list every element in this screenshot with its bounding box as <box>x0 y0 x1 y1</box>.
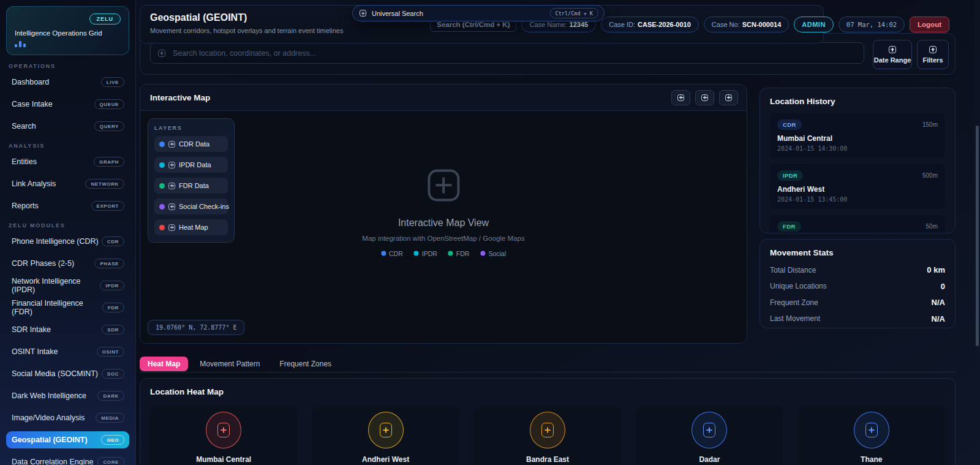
badge-queue: QUEUE <box>94 99 124 109</box>
sidebar-item-sdr-intake[interactable]: SDR Intake SDR <box>6 321 129 338</box>
badge-osint: OSINT <box>97 347 124 357</box>
bar-chart-icon <box>15 41 121 47</box>
keyboard-shortcut-badge: Ctrl/Cmd + K <box>550 8 598 18</box>
location-history-title: Location History <box>770 97 945 106</box>
location-history-entry[interactable]: FDR 50m <box>770 215 945 233</box>
logout-button[interactable]: Logout <box>910 17 949 32</box>
heat-map-cards: Mumbai Central Andheri West Bandra East … <box>150 406 945 465</box>
sidebar-item-reports[interactable]: Reports EXPORT <box>6 197 129 214</box>
interactive-map-panel: Interactive Map LAYERS CDR Data IPDR Dat… <box>140 84 747 344</box>
layer-social-checkins[interactable]: Social Check-ins <box>154 198 228 214</box>
sidebar-item-cdr-phases[interactable]: CDR Phases (2-5) PHASE <box>6 255 129 272</box>
heat-card-thane[interactable]: Thane <box>798 406 945 465</box>
legend-cdr: CDR <box>381 249 403 257</box>
layer-heat-map[interactable]: Heat Map <box>154 219 228 235</box>
heat-layer-dot <box>159 225 165 230</box>
date-range-button[interactable]: Date Range <box>873 40 912 69</box>
scrollbar-thumb[interactable] <box>976 126 979 346</box>
sidebar-item-social-media[interactable]: Social Media (SOCMINT) SOC <box>6 365 129 382</box>
layers-title: LAYERS <box>154 125 228 131</box>
badge-network: NETWORK <box>85 179 124 189</box>
badge-query: QUERY <box>94 121 124 131</box>
stat-frequent-zone: Frequent Zone N/A <box>770 298 945 307</box>
sidebar-item-osint-intake[interactable]: OSINT Intake OSINT <box>6 343 129 360</box>
scrollbar[interactable] <box>974 0 980 465</box>
heat-map-title: Location Heat Map <box>150 387 945 396</box>
badge-core: CORE <box>97 457 124 465</box>
map-tool-button-1[interactable] <box>671 90 690 105</box>
sidebar-item-link-analysis[interactable]: Link Analysis NETWORK <box>6 175 129 192</box>
tab-frequent-zones[interactable]: Frequent Zones <box>271 357 339 371</box>
filters-button[interactable]: Filters <box>917 40 949 69</box>
brand-title: Intelligence Operations Grid <box>15 29 121 37</box>
sidebar-item-phone-intelligence[interactable]: Phone Intelligence (CDR) CDR <box>6 233 129 250</box>
badge-fdr: FDR <box>102 303 124 312</box>
map-tool-button-2[interactable] <box>695 90 714 105</box>
badge-ipdr: IPDR <box>100 281 124 290</box>
legend-social: Social <box>480 249 506 257</box>
stat-total-distance: Total Distance 0 km <box>770 265 945 274</box>
role-badge: ADMIN <box>794 17 834 32</box>
distance-label: 150m <box>922 121 938 128</box>
sidebar-item-entities[interactable]: Entities GRAPH <box>6 153 129 170</box>
location-history-list: CDR 150m Mumbai Central 2024-01-15 14:30… <box>770 113 945 233</box>
layers-panel: LAYERS CDR Data IPDR Data FDR Data Socia… <box>148 118 235 243</box>
badge-media: MEDIA <box>96 413 124 423</box>
sidebar-item-case-intake[interactable]: Case Intake QUEUE <box>6 96 129 113</box>
sidebar-item-image-video[interactable]: Image/Video Analysis MEDIA <box>6 409 129 426</box>
layer-fdr-data[interactable]: FDR Data <box>154 178 228 194</box>
map-panel-header: Interactive Map <box>140 85 747 111</box>
distance-label: 500m <box>922 172 938 179</box>
sidebar: ZELU Intelligence Operations Grid OPERAT… <box>0 0 136 465</box>
map-tool-button-3[interactable] <box>719 90 738 105</box>
map-legend: CDR IPDR FDR Social <box>381 249 506 257</box>
location-timestamp: 2024-01-15 14:30:00 <box>777 145 938 152</box>
badge-soc: SOC <box>102 369 124 379</box>
layer-ipdr-data[interactable]: IPDR Data <box>154 157 228 173</box>
badge-export: EXPORT <box>91 201 125 211</box>
sidebar-item-data-correlation[interactable]: Data Correlation Engine CORE <box>6 453 129 465</box>
location-name: Mumbai Central <box>777 134 938 143</box>
universal-search-button[interactable]: Universal Search Ctrl/Cmd + K <box>352 5 605 21</box>
map-canvas[interactable]: LAYERS CDR Data IPDR Data FDR Data Socia… <box>140 111 747 343</box>
movement-stats-panel: Movement Stats Total Distance 0 km Uniqu… <box>760 239 956 328</box>
sidebar-item-geospatial[interactable]: Geospatial (GEOINT) GEO <box>6 431 129 448</box>
tab-movement-pattern[interactable]: Movement Pattern <box>192 357 268 371</box>
map-panel-title: Interactive Map <box>150 93 210 102</box>
legend-ipdr: IPDR <box>414 249 437 257</box>
zoom-in-icon <box>677 94 684 101</box>
map-toolbar <box>671 90 738 105</box>
location-history-entry[interactable]: IPDR 500m Andheri West 2024-01-15 13:45:… <box>770 164 945 209</box>
case-id-pill: Case ID: CASE-2026-0010 <box>601 17 699 32</box>
sidebar-item-search[interactable]: Search QUERY <box>6 118 129 135</box>
location-history-entry[interactable]: CDR 150m Mumbai Central 2024-01-15 14:30… <box>770 113 945 158</box>
cdr-type-badge: CDR <box>777 119 802 130</box>
location-name: Andheri West <box>777 185 938 194</box>
heat-card-dadar[interactable]: Dadar <box>636 406 783 465</box>
badge-graph: GRAPH <box>94 157 124 167</box>
ipdr-layer-dot <box>159 162 165 168</box>
layer-toggle-icon <box>168 203 175 210</box>
fdr-layer-dot <box>159 183 165 189</box>
case-no-pill: Case No: SCN-000014 <box>704 17 789 32</box>
map-coordinates: 19.0760° N, 72.8777° E <box>148 320 244 335</box>
sidebar-item-dashboard[interactable]: Dashboard LIVE <box>6 74 129 91</box>
social-layer-dot <box>159 204 165 210</box>
stat-last-movement: Last Movement N/A <box>770 314 945 323</box>
sidebar-item-dark-web[interactable]: Dark Web Intelligence DARK <box>6 387 129 404</box>
heat-card-andheri-west[interactable]: Andheri West <box>312 406 459 465</box>
tab-heat-map[interactable]: Heat Map <box>140 357 188 371</box>
layer-cdr-data[interactable]: CDR Data <box>154 136 228 152</box>
hotspot-marker-icon <box>692 412 727 448</box>
movement-stats-title: Movement Stats <box>770 248 945 257</box>
heat-card-bandra-east[interactable]: Bandra East <box>474 406 621 465</box>
section-label-zelu-modules: ZELU MODULES <box>9 222 127 229</box>
badge-live: LIVE <box>101 77 124 87</box>
sidebar-item-financial-intelligence[interactable]: Financial Intelligence (FDR) FDR <box>6 299 129 316</box>
location-search-input[interactable]: Search location, coordinates, or address… <box>150 42 864 64</box>
map-placeholder-title: Interactive Map View <box>398 217 489 228</box>
hotspot-marker-icon <box>206 412 241 448</box>
sidebar-item-network-intelligence[interactable]: Network Intelligence (IPDR) IPDR <box>6 277 129 294</box>
heat-card-mumbai-central[interactable]: Mumbai Central <box>150 406 297 465</box>
stat-unique-locations: Unique Locations 0 <box>770 282 945 291</box>
